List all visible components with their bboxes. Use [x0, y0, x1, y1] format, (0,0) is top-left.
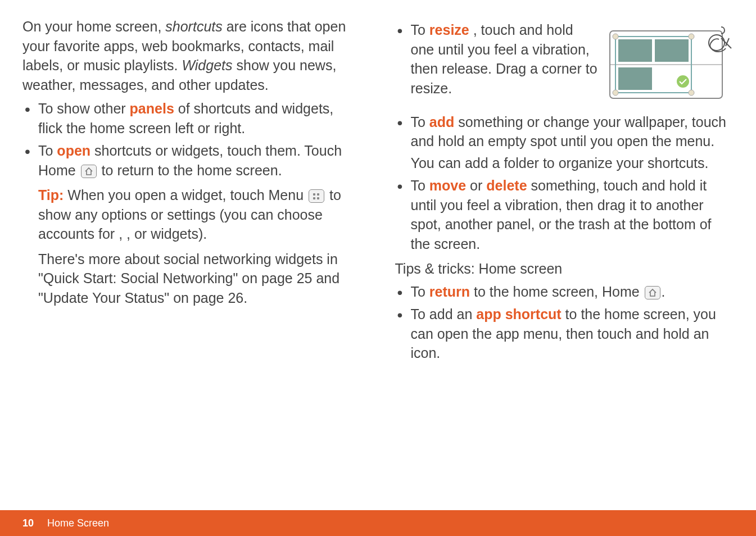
svg-rect-5: [618, 67, 652, 90]
tips-heading: Tips & tricks: Home screen: [395, 259, 734, 279]
home-icon: [645, 286, 660, 299]
kw-add: add: [429, 114, 454, 130]
footer-bar: 10 Home Screen: [0, 510, 756, 536]
bullet-return: To return to the home screen, Home .: [395, 282, 734, 302]
bullet-move-delete: To move or delete something, touch and h…: [395, 176, 734, 253]
home-icon: [81, 165, 97, 178]
text: To: [411, 22, 429, 38]
text: To: [38, 143, 57, 158]
kw-resize: resize: [429, 22, 469, 38]
intro-paragraph: On your home screen, shortcuts are icons…: [22, 17, 361, 94]
kw-app-shortcut: app shortcut: [476, 306, 561, 322]
svg-point-7: [613, 34, 618, 39]
section-name: Home Screen: [47, 517, 109, 529]
text: , or: [126, 226, 151, 242]
svg-point-10: [689, 90, 694, 96]
text: On your home screen,: [22, 19, 165, 34]
text: When you open a widget, touch Menu: [64, 187, 307, 203]
italic-shortcuts: shortcuts: [165, 19, 222, 34]
text: .: [662, 284, 666, 299]
svg-point-6: [676, 75, 690, 88]
text: ,: [119, 226, 126, 242]
text: widgets).: [151, 226, 207, 242]
add-folder-text: You can add a folder to organize your sh…: [411, 153, 734, 173]
text: To show other: [38, 101, 130, 116]
more-paragraph: There's more about social networking wid…: [38, 249, 361, 308]
bullet-panels: To show other panels of shortcuts and wi…: [22, 99, 361, 138]
text: To: [411, 114, 429, 130]
kw-open: open: [57, 143, 90, 158]
text: [469, 22, 473, 38]
bullet-app-shortcut: To add an app shortcut to the home scree…: [395, 305, 734, 363]
text: to return to the home screen.: [98, 162, 282, 178]
svg-point-8: [689, 34, 694, 39]
text: or: [466, 178, 486, 193]
text: to the home screen, Home: [470, 284, 643, 299]
right-column: To resize , touch and hold one until you…: [395, 17, 734, 536]
svg-rect-4: [655, 39, 689, 62]
italic-widgets: Widgets: [182, 57, 232, 73]
kw-move: move: [429, 178, 466, 193]
tip-label: Tip:: [38, 187, 64, 203]
text: menu.: [676, 133, 714, 149]
tip-block: Tip: When you open a widget, touch Menu …: [38, 185, 361, 244]
bullet-open: To open shortcuts or widgets, touch them…: [22, 141, 361, 307]
bullet-add: To add something or change your wallpape…: [395, 112, 734, 173]
kw-panels: panels: [130, 101, 174, 116]
svg-point-9: [613, 90, 618, 96]
text: To add an: [411, 306, 477, 322]
kw-return: return: [429, 284, 470, 299]
bullet-resize: To resize , touch and hold one until you…: [395, 20, 734, 98]
kw-delete: delete: [486, 178, 527, 193]
menu-icon: [309, 189, 324, 203]
page-number: 10: [22, 517, 34, 529]
svg-rect-3: [618, 39, 652, 62]
resize-figure: [604, 22, 734, 109]
left-column: On your home screen, shortcuts are icons…: [22, 17, 361, 536]
text: To: [411, 178, 429, 193]
text: To: [411, 284, 429, 299]
